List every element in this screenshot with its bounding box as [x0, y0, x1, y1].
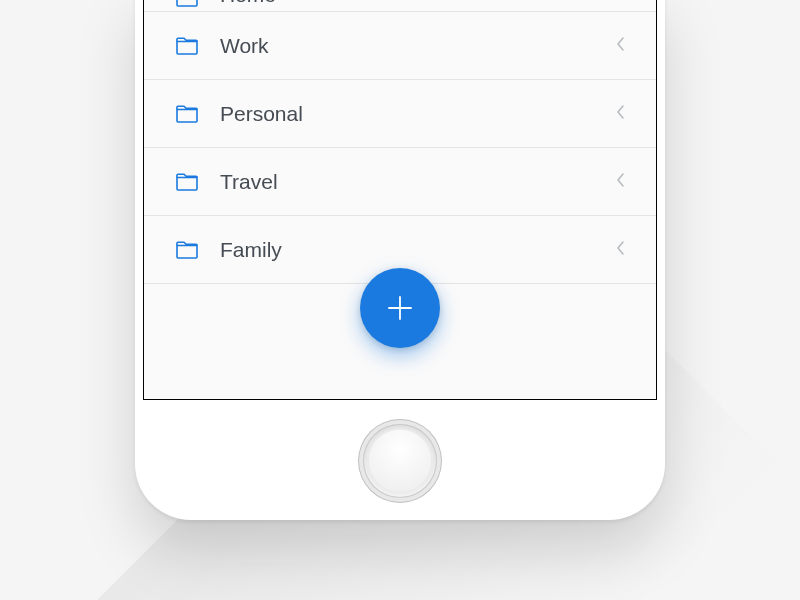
list-item-label: Home	[220, 0, 614, 7]
folder-icon	[176, 173, 198, 191]
list-item-label: Personal	[220, 102, 614, 126]
home-button[interactable]	[363, 424, 437, 498]
chevron-left-icon	[614, 102, 628, 126]
list-item[interactable]: Personal	[144, 80, 656, 148]
list-item[interactable]: Home	[144, 0, 656, 12]
folder-icon	[176, 0, 198, 7]
chevron-left-icon	[614, 0, 628, 7]
home-button-area	[143, 400, 657, 504]
app-screen: Home Work	[143, 0, 657, 400]
folder-list: Home Work	[144, 0, 656, 284]
folder-icon	[176, 37, 198, 55]
chevron-left-icon	[614, 34, 628, 58]
add-button[interactable]	[360, 268, 440, 348]
plus-icon	[383, 291, 417, 325]
list-item[interactable]: Travel	[144, 148, 656, 216]
list-item[interactable]: Work	[144, 12, 656, 80]
list-item-label: Travel	[220, 170, 614, 194]
list-item-label: Family	[220, 238, 614, 262]
chevron-left-icon	[614, 238, 628, 262]
folder-icon	[176, 105, 198, 123]
chevron-left-icon	[614, 170, 628, 194]
phone-frame: Home Work	[135, 0, 665, 520]
list-item-label: Work	[220, 34, 614, 58]
folder-icon	[176, 241, 198, 259]
